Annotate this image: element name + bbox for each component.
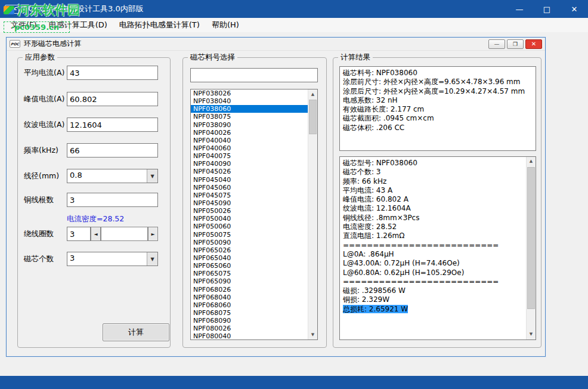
core-list-item[interactable]: NPF068026: [191, 286, 308, 294]
child-close-button[interactable]: ✕: [525, 39, 542, 49]
child-restore-button[interactable]: ❐: [507, 39, 524, 49]
core-list-item[interactable]: NPF050060: [191, 223, 308, 230]
core-list-item[interactable]: NPF040026: [191, 129, 308, 137]
core-list-item[interactable]: NPF040075: [191, 152, 308, 160]
core-list-item[interactable]: NPF068075: [191, 309, 308, 317]
core-list-item[interactable]: NPF068090: [191, 317, 308, 325]
frequency-label: 频率(kHz): [24, 143, 58, 158]
copper-strands-input[interactable]: [67, 193, 158, 207]
detail-line: 峰值电流: 60.802 A: [343, 195, 524, 204]
detail-line: L@60.80A: 0.62μH (H=105.29Oe): [343, 268, 524, 277]
core-select-group-title: 磁芯料号选择: [188, 53, 237, 63]
scrollbar-thumb[interactable]: [527, 167, 535, 309]
turns-input[interactable]: [67, 227, 91, 241]
summary-line: 磁芯截面积: .0945 cm×cm: [343, 114, 533, 123]
scroll-down-icon[interactable]: ▼: [308, 330, 317, 339]
child-window-controls: — ❐ ✕: [488, 39, 542, 49]
core-list-item[interactable]: NPF050040: [191, 215, 308, 223]
core-list-item[interactable]: NPF045060: [191, 184, 308, 192]
menu-item[interactable]: 电路拓扑电感量计算(T): [113, 18, 206, 32]
child-minimize-button[interactable]: —: [488, 39, 505, 49]
core-listbox: NPF038026 NPF038040 NPF038060 NPF038075 …: [190, 89, 318, 340]
app-logo-icon: POC: [5, 5, 19, 14]
detail-line: 频率: 66 kHz: [343, 177, 524, 186]
core-list-item[interactable]: NPF065075: [191, 270, 308, 277]
core-summary-box[interactable]: 磁芯料号: NPF038060 涂层前尺寸: 外径×内径×高度=9.65×4.7…: [339, 66, 536, 151]
core-list-item[interactable]: NPF050090: [191, 239, 308, 246]
core-count-select[interactable]: 3 ▼: [67, 252, 158, 266]
chevron-down-icon[interactable]: ▼: [147, 169, 157, 183]
summary-line: 电感系数: 32 nH: [343, 96, 533, 105]
frequency-input[interactable]: [67, 143, 158, 158]
turns-increment-button[interactable]: ►: [148, 227, 158, 241]
turns-decrement-button[interactable]: ◄: [91, 227, 101, 241]
scroll-up-icon[interactable]: ▲: [308, 89, 317, 99]
screen: POC POCO功率电感设计工具3.0内部版 — □ ✕ 文件(F) 电感计算工…: [0, 0, 588, 389]
child-app-logo-icon: POC: [10, 40, 20, 48]
core-list-item[interactable]: NPF050026: [191, 207, 308, 215]
core-list-scrollbar[interactable]: ▲ ▼: [308, 89, 317, 339]
core-list-item[interactable]: NPF038090: [191, 121, 308, 129]
summary-line: 涂层前尺寸: 外径×内径×高度=9.65×4.78×3.96 mm: [343, 78, 533, 87]
core-list-item[interactable]: NPF065040: [191, 254, 308, 262]
detail-line: ==========================: [343, 241, 524, 250]
core-list-item[interactable]: NPF045075: [191, 192, 308, 199]
core-list-item[interactable]: NPF065090: [191, 277, 308, 285]
child-window-title: 环形磁芯电感计算: [24, 39, 81, 49]
core-list-item[interactable]: NPF080026: [191, 325, 308, 332]
detail-line: 平均电流: 43 A: [343, 186, 524, 195]
core-list-item[interactable]: NPF040090: [191, 160, 308, 168]
menu-item[interactable]: 电感计算工具(D): [43, 18, 113, 32]
menu-item[interactable]: 文件(F): [5, 18, 43, 32]
core-list-item[interactable]: NPF045090: [191, 199, 308, 207]
core-list-item[interactable]: NPF038040: [191, 97, 308, 105]
calculate-button[interactable]: 计算: [103, 323, 169, 341]
core-list-item[interactable]: NPF040040: [191, 137, 308, 144]
avg-current-input[interactable]: [67, 66, 158, 80]
bottom-strip: [0, 376, 588, 389]
core-list-item[interactable]: NPF065060: [191, 262, 308, 270]
core-list-item[interactable]: NPF038075: [191, 113, 308, 121]
calc-detail-box[interactable]: ▲ ▼ 磁芯型号: NPF038060 磁芯个数: 3 频率: 66 kHz 平…: [339, 156, 536, 340]
child-titlebar: POC 环形磁芯电感计算 — ❐ ✕: [7, 38, 545, 51]
peak-current-input[interactable]: [67, 92, 158, 106]
current-density-note: 电流密度=28.52: [67, 214, 124, 224]
detail-line: 铜线线径: .8mm×3Pcs: [343, 214, 524, 223]
avg-current-label: 平均电流(A): [24, 66, 64, 80]
core-list-item[interactable]: NPF040060: [191, 144, 308, 152]
detail-scrollbar[interactable]: ▲ ▼: [526, 157, 536, 339]
core-list-item[interactable]: NPF045040: [191, 176, 308, 184]
turns-label: 绕线圈数: [24, 227, 54, 241]
core-list-item[interactable]: NPF068040: [191, 294, 308, 301]
minimize-button[interactable]: —: [506, 0, 533, 18]
detail-line: 电流密度: 28.52: [343, 223, 524, 231]
wire-diameter-label: 线径(mm): [24, 169, 59, 183]
main-window-title: POCO功率电感设计工具3.0内部版: [24, 4, 144, 14]
menu-item[interactable]: 帮助(H): [206, 18, 245, 32]
wire-diameter-select[interactable]: 0.8 ▼: [67, 169, 158, 183]
core-list-item[interactable]: NPF080040: [191, 332, 308, 339]
detail-line: 纹波电流: 12.1604A: [343, 204, 524, 213]
window-controls: — □ ✕: [506, 0, 588, 18]
core-list-item[interactable]: NPF065026: [191, 246, 308, 254]
params-group-title: 应用参数: [23, 53, 57, 63]
turns-track[interactable]: [101, 227, 148, 241]
wire-diameter-value: 0.8: [67, 169, 147, 183]
scrollbar-thumb[interactable]: [309, 100, 317, 134]
maximize-button[interactable]: □: [533, 0, 561, 18]
core-filter-input[interactable]: [190, 68, 318, 82]
summary-line: 有效磁路长度: 2.177 cm: [343, 105, 533, 114]
core-list-item[interactable]: NPF045026: [191, 168, 308, 175]
close-button[interactable]: ✕: [561, 0, 588, 18]
scroll-up-icon[interactable]: ▲: [527, 157, 536, 166]
core-list-item[interactable]: NPF038060: [191, 105, 308, 113]
core-list-item[interactable]: NPF038026: [191, 89, 308, 97]
ripple-current-input[interactable]: [67, 118, 158, 132]
chevron-down-icon[interactable]: ▼: [147, 252, 157, 265]
scroll-down-icon[interactable]: ▼: [527, 330, 536, 339]
core-list-item[interactable]: NPF068060: [191, 301, 308, 309]
core-count-label: 磁芯个数: [24, 252, 54, 266]
summary-line: 涂层后尺寸: 外径×内径×高度=10.29×4.27×4.57 mm: [343, 87, 533, 96]
core-list: NPF038026 NPF038040 NPF038060 NPF038075 …: [191, 89, 308, 339]
core-list-item[interactable]: NPF050075: [191, 231, 308, 239]
